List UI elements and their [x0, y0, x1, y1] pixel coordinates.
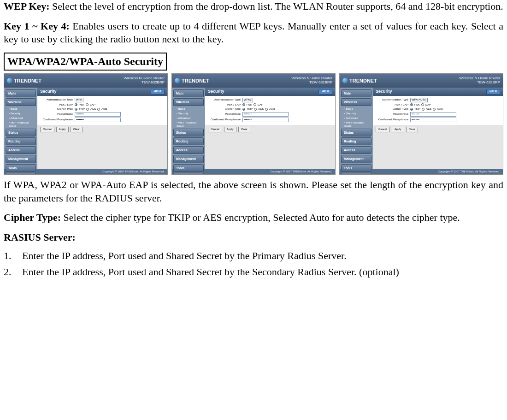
nav-management[interactable]: Management [173, 155, 204, 163]
pskeap-label: PSK / EAP [40, 103, 75, 107]
nav-access[interactable]: Access [173, 146, 204, 154]
clear-button[interactable]: Clear [406, 127, 418, 132]
radio-tkip[interactable] [242, 108, 245, 111]
nav-wizard[interactable]: Wizard [341, 173, 371, 175]
auth-select[interactable]: WPA2 [242, 98, 253, 102]
nav-advanced[interactable]: • Advanced [6, 116, 36, 121]
tkip-text: TKIP [79, 107, 85, 111]
panel-title-bar: Security HELP [205, 88, 335, 96]
radio-aes[interactable] [86, 108, 89, 111]
nav-tools[interactable]: Tools [341, 164, 371, 172]
radius-item-1-text: Enter the IP address, Port used and Shar… [22, 249, 503, 263]
eap-text: EAP [258, 103, 263, 107]
radio-auto[interactable] [433, 108, 436, 111]
clear-button[interactable]: Clear [71, 127, 83, 132]
radio-aes[interactable] [254, 108, 257, 111]
radius-item-2: Enter the IP address, Port used and Shar… [4, 266, 503, 279]
brand-logo: TRENDNET [342, 77, 377, 84]
key1-4-label: Key 1 ~ Key 4: [4, 20, 70, 32]
help-button[interactable]: HELP [318, 89, 332, 95]
confirm-input[interactable]: •••••••• [75, 118, 121, 122]
header-bar: TRENDNET Wireless N Home Router TEW-632B… [172, 74, 335, 88]
auto-text: Auto [269, 107, 275, 111]
apply-button[interactable]: Apply [56, 127, 69, 132]
apply-button[interactable]: Apply [392, 127, 404, 132]
nav-tools[interactable]: Tools [173, 164, 204, 172]
radio-psk[interactable] [242, 103, 245, 106]
nav-security[interactable]: • Security [173, 112, 204, 116]
auth-label: Authentication Type [208, 98, 242, 102]
radio-aes[interactable] [422, 108, 424, 111]
nav-advanced[interactable]: • Advanced [173, 116, 204, 121]
screenshot-wpa: TRENDNET Wireless N Home Router TEW-632B… [4, 73, 168, 175]
nav-management[interactable]: Management [6, 155, 36, 163]
nav-wps[interactable]: • WiFi Protected Setup [341, 121, 371, 129]
radio-eap[interactable] [421, 103, 424, 106]
nav-wizard[interactable]: Wizard [173, 173, 204, 175]
eap-selected-paragraph: If WPA, WPA2 or WPA-Auto EAP is selected… [4, 178, 503, 205]
nav-main[interactable]: Main [173, 89, 204, 97]
nav-basic[interactable]: • Basic [341, 107, 371, 112]
passphrase-input[interactable]: •••••••• [410, 112, 456, 117]
product-title: Wireless N Home Router TEW-632BRP [124, 77, 165, 85]
radio-psk[interactable] [75, 103, 77, 106]
key1-4-paragraph: Key 1 ~ Key 4: Enables users to create u… [4, 20, 503, 46]
nav-wps[interactable]: • WiFi Protected Setup [173, 121, 204, 129]
conf-label: Confirmed Passphrase [40, 118, 75, 122]
nav-routing[interactable]: Routing [341, 137, 371, 145]
panel-title-bar: Security HELP [373, 88, 503, 96]
nav-wireless[interactable]: Wireless [341, 98, 371, 106]
nav-security[interactable]: • Security [341, 112, 371, 116]
cancel-button[interactable]: Cancel [208, 127, 222, 132]
nav-tools[interactable]: Tools [6, 164, 36, 172]
passphrase-input[interactable]: •••••••• [75, 112, 121, 117]
nav-basic[interactable]: • Basic [6, 107, 36, 112]
nav-routing[interactable]: Routing [6, 137, 36, 145]
nav-status[interactable]: Status [173, 129, 204, 136]
nav-security[interactable]: • Security [6, 112, 36, 116]
header-bar: TRENDNET Wireless N Home Router TEW-632B… [340, 74, 503, 88]
radio-psk[interactable] [410, 103, 413, 106]
radio-eap[interactable] [254, 103, 256, 106]
nav-status[interactable]: Status [341, 129, 371, 136]
auth-select[interactable]: WPA-AUTO [410, 98, 428, 102]
action-buttons: Cancel Apply Clear [37, 125, 167, 134]
nav-status[interactable]: Status [6, 129, 36, 136]
nav-main[interactable]: Main [341, 89, 371, 97]
radio-eap[interactable] [86, 103, 88, 106]
nav-wireless[interactable]: Wireless [6, 98, 36, 106]
nav-basic[interactable]: • Basic [173, 107, 204, 112]
clear-button[interactable]: Clear [238, 127, 250, 132]
nav-wireless[interactable]: Wireless [173, 98, 204, 106]
eap-text: EAP [425, 103, 431, 107]
nav-routing[interactable]: Routing [173, 137, 204, 145]
help-button[interactable]: HELP [486, 89, 500, 95]
apply-button[interactable]: Apply [224, 127, 236, 132]
radio-auto[interactable] [265, 108, 268, 111]
confirm-input[interactable]: •••••••• [410, 118, 456, 122]
help-button[interactable]: HELP [151, 89, 165, 95]
nav-access[interactable]: Access [6, 146, 36, 154]
radius-server-list: Enter the IP address, Port used and Shar… [4, 249, 503, 278]
cancel-button[interactable]: Cancel [376, 127, 390, 132]
wep-key-label: WEP Key: [4, 0, 50, 12]
radio-auto[interactable] [97, 108, 100, 111]
nav-wps[interactable]: • WiFi Protected Setup [6, 121, 36, 129]
auth-label: Authentication Type [40, 98, 75, 102]
nav-advanced[interactable]: • Advanced [341, 116, 371, 121]
product-title: Wireless N Home Router TEW-632BRP [460, 77, 500, 85]
cancel-button[interactable]: Cancel [40, 127, 54, 132]
confirm-input[interactable]: •••••••• [242, 118, 289, 122]
passphrase-input[interactable]: •••••••• [242, 112, 289, 117]
auth-select[interactable]: WPA [75, 98, 83, 102]
tkip-text: TKIP [414, 107, 420, 111]
shot-body: Main Wireless • Basic • Security • Advan… [340, 88, 503, 169]
nav-main[interactable]: Main [6, 89, 36, 97]
radio-tkip[interactable] [75, 108, 77, 111]
nav-wizard[interactable]: Wizard [6, 173, 36, 175]
sidebar: Main Wireless • Basic • Security • Advan… [172, 88, 205, 169]
radio-tkip[interactable] [410, 108, 413, 111]
nav-access[interactable]: Access [341, 146, 371, 154]
nav-management[interactable]: Management [341, 155, 371, 163]
wep-key-paragraph: WEP Key: Select the level of encryption … [4, 0, 503, 13]
